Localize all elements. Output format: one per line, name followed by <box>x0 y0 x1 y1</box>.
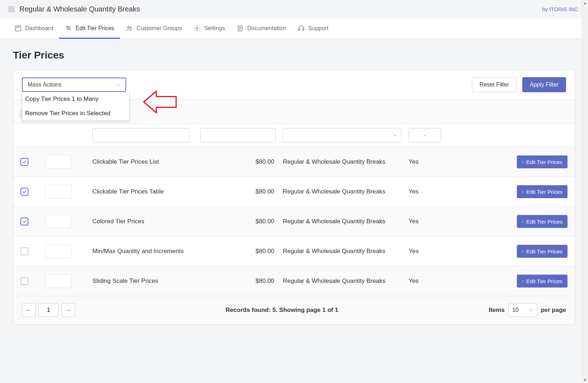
users-icon <box>126 25 133 32</box>
edit-tier-prices-button[interactable]: ›Edit Tier Prices <box>517 245 568 258</box>
tab-label: Support <box>308 25 329 32</box>
chevron-right-icon: › <box>522 219 523 224</box>
tab-settings[interactable]: Settings <box>188 18 231 38</box>
app-title: Regular & Wholesale Quantity Breaks <box>19 5 140 13</box>
vertical-scrollbar[interactable]: ▲ ▼ <box>582 0 588 383</box>
row-checkbox[interactable] <box>20 188 28 196</box>
tab-label: Dashboard <box>25 25 53 32</box>
mass-actions-label: Mass Actions <box>28 81 61 88</box>
tab-customer-groups[interactable]: Customer Groups <box>120 18 188 38</box>
svg-point-5 <box>67 26 68 27</box>
product-desc: Regular & Wholesale Quantity Breaks <box>283 248 409 255</box>
tab-support[interactable]: Support <box>292 18 334 38</box>
product-active: Yes <box>409 277 452 285</box>
sliders-icon <box>65 25 72 32</box>
product-active: Yes <box>409 158 452 165</box>
product-desc: Regular & Wholesale Quantity Breaks <box>283 188 409 195</box>
scroll-up-button[interactable]: ▲ <box>582 0 588 6</box>
tier-prices-card: Mass Actions Copy Tier Prices 1 to Many … <box>13 70 575 324</box>
table-row: Clickable Tier Prices List $80.00 Regula… <box>13 147 575 177</box>
edit-tier-prices-button[interactable]: ›Edit Tier Prices <box>517 275 568 288</box>
product-name: Clickable Tier Prices Table <box>92 188 218 195</box>
items-label: Items <box>489 307 505 314</box>
product-name: Colored Tier Prices <box>92 218 218 225</box>
chevron-down-icon <box>529 308 533 312</box>
vendor-label: by ITORIS INC <box>542 6 578 12</box>
filter-active-select[interactable] <box>409 128 441 143</box>
product-price: $80.00 <box>218 248 283 255</box>
product-active: Yes <box>409 188 452 195</box>
product-name: Min/Max Quantity and Increments <box>92 248 218 255</box>
filter-name-input[interactable] <box>92 128 189 143</box>
header-bar: Regular & Wholesale Quantity Breaks by I… <box>0 0 588 18</box>
mass-actions-menu: Copy Tier Prices 1 to Many Remove Tier P… <box>22 92 130 121</box>
svg-point-8 <box>128 26 129 28</box>
product-desc: Regular & Wholesale Quantity Breaks <box>283 218 409 225</box>
headset-icon <box>298 25 305 32</box>
row-checkbox[interactable] <box>20 218 28 225</box>
product-thumb-icon <box>46 274 72 288</box>
product-name: Sliding Scale Tier Prices <box>92 277 218 285</box>
product-desc: Regular & Wholesale Quantity Breaks <box>283 158 409 165</box>
product-thumb-icon <box>46 244 72 258</box>
svg-point-7 <box>69 28 70 29</box>
items-per-page-select[interactable]: 10 <box>508 303 537 317</box>
chevron-right-icon: › <box>522 159 523 164</box>
scroll-down-button[interactable]: ▼ <box>582 377 588 383</box>
svg-point-1 <box>17 27 17 28</box>
tab-dashboard[interactable]: Dashboard <box>9 18 59 38</box>
product-price: $80.00 <box>218 158 283 165</box>
per-page-label: per page <box>541 307 566 314</box>
chevron-right-icon: › <box>522 249 523 254</box>
next-page-button[interactable]: → <box>61 303 75 317</box>
tab-label: Documentation <box>247 25 286 32</box>
gear-icon <box>193 25 201 32</box>
pager: ← → <box>22 303 75 317</box>
mass-action-remove[interactable]: Remove Tier Prices in Selected <box>22 106 129 121</box>
edit-tier-prices-button[interactable]: ›Edit Tier Prices <box>517 215 568 228</box>
reset-filter-button[interactable]: Reset Filter <box>472 77 516 92</box>
product-active: Yes <box>409 248 452 255</box>
edit-tier-prices-button[interactable]: ›Edit Tier Prices <box>517 155 568 168</box>
page-title: Tier Prices <box>13 50 575 61</box>
svg-rect-16 <box>303 29 304 31</box>
nav-tabs: Dashboard Edit Tier Prices Customer Grou… <box>0 18 588 39</box>
chevron-down-icon <box>116 83 120 87</box>
product-thumb-icon <box>46 215 72 228</box>
tab-documentation[interactable]: Documentation <box>231 18 292 38</box>
product-thumb-icon <box>46 185 72 198</box>
table-row: Colored Tier Prices $80.00 Regular & Who… <box>13 206 575 236</box>
chevron-right-icon: › <box>522 189 523 194</box>
svg-point-2 <box>18 27 18 28</box>
table-row: Sliding Scale Tier Prices $80.00 Regular… <box>13 266 575 296</box>
tab-label: Settings <box>204 25 225 32</box>
vendor-name[interactable]: ITORIS INC <box>549 6 578 12</box>
row-checkbox[interactable] <box>20 158 28 166</box>
chevron-down-icon <box>423 133 427 137</box>
row-checkbox[interactable] <box>20 277 28 285</box>
prev-page-button[interactable]: ← <box>22 303 36 317</box>
mass-actions-dropdown[interactable]: Mass Actions Copy Tier Prices 1 to Many … <box>22 78 126 92</box>
apply-filter-button[interactable]: Apply Filter <box>522 77 566 92</box>
product-name: Clickable Tier Prices List <box>92 158 218 165</box>
tab-edit-tier-prices[interactable]: Edit Tier Prices <box>59 18 120 38</box>
page-input[interactable] <box>38 303 59 317</box>
edit-tier-prices-button[interactable]: ›Edit Tier Prices <box>517 185 568 198</box>
table-row: Min/Max Quantity and Increments $80.00 R… <box>13 236 575 266</box>
chevron-right-icon: › <box>522 279 523 284</box>
document-icon <box>236 25 244 32</box>
filter-desc-select[interactable] <box>283 128 401 143</box>
filter-row <box>13 124 575 147</box>
mass-action-copy[interactable]: Copy Tier Prices 1 to Many <box>22 92 129 106</box>
svg-point-9 <box>130 27 131 28</box>
chevron-down-icon <box>393 133 398 137</box>
filter-price-input[interactable] <box>200 128 276 143</box>
app-grid-icon <box>9 6 14 12</box>
dashboard-icon <box>14 25 22 32</box>
table-row: Clickable Tier Prices Table $80.00 Regul… <box>13 177 575 206</box>
table-footer: ← → Records found: 5. Showing page 1 of … <box>13 296 575 324</box>
tab-label: Customer Groups <box>137 25 182 32</box>
product-price: $80.00 <box>218 277 283 285</box>
svg-point-3 <box>19 27 20 28</box>
row-checkbox[interactable] <box>20 247 28 255</box>
